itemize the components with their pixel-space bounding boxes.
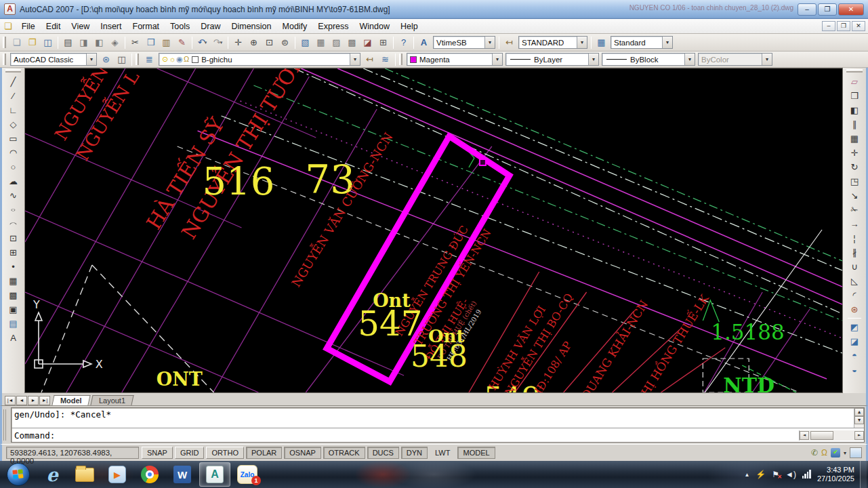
open-button[interactable]: ❐ [24, 36, 40, 49]
redo-button[interactable]: ↷▾ [210, 36, 226, 49]
region-button[interactable]: ▣ [5, 302, 21, 317]
taskbar-windows-explorer[interactable] [69, 462, 100, 487]
scroll-up-icon[interactable]: ▲ [854, 408, 864, 416]
extend-button[interactable]: → [847, 217, 863, 231]
cut-button[interactable]: ✂ [127, 36, 143, 49]
break-button[interactable]: ∦ [847, 245, 863, 260]
menu-file[interactable]: File [16, 20, 41, 33]
publish-button[interactable]: ◧ [91, 36, 107, 49]
insert-block-button[interactable]: ⊡ [5, 231, 21, 245]
taskbar-internet-explorer[interactable]: e [37, 462, 68, 487]
zoom-realtime-button[interactable]: ⊕ [246, 36, 262, 49]
trusted-dwg-icon[interactable]: ✔ [831, 448, 840, 458]
tray-chevron-icon[interactable]: ▲ [744, 472, 749, 478]
communication-center-icon[interactable]: ✆ [811, 448, 818, 458]
menu-modify[interactable]: Modify [277, 20, 313, 33]
toggle-model[interactable]: MODEL [457, 447, 495, 459]
toggle-ducs[interactable]: DUCS [367, 447, 399, 459]
toggle-lwt[interactable]: LWT [430, 447, 455, 459]
dropdown-arrow-icon[interactable]: ▾ [220, 40, 223, 45]
layer-previous-button[interactable]: ↤ [362, 53, 377, 66]
show-desktop-button[interactable] [860, 461, 867, 488]
bring-to-front-button[interactable]: ◩ [847, 320, 863, 334]
dim-style-combo[interactable]: STANDARD ▾ [518, 36, 587, 49]
trim-button[interactable]: ✁ [847, 203, 863, 217]
save-button[interactable]: ◫ [40, 36, 56, 49]
toolbar-grip[interactable] [136, 54, 139, 64]
linetype-combo[interactable]: ByLayer ▾ [505, 53, 599, 66]
rotate-button[interactable]: ↻ [847, 160, 863, 174]
maximize-button[interactable]: ❐ [818, 3, 837, 16]
send-to-back-button[interactable]: ◪ [847, 334, 863, 348]
mdi-restore-button[interactable]: ❐ [837, 21, 850, 31]
toggle-grid[interactable]: GRID [175, 447, 205, 459]
chamfer-button[interactable]: ◺ [847, 274, 863, 288]
ellipse-arc-button[interactable]: ◠ [5, 217, 21, 231]
gradient-button[interactable]: ▩ [5, 288, 21, 302]
grip-point[interactable] [480, 159, 486, 165]
layer-lock-icon[interactable]: Ω [184, 55, 189, 64]
toolbar-grip[interactable] [399, 54, 402, 64]
properties-button[interactable]: ▧ [297, 36, 313, 49]
minimize-button[interactable]: – [798, 3, 817, 16]
multiline-text-button[interactable]: A [5, 331, 21, 345]
circle-button[interactable]: ○ [5, 160, 21, 174]
text-style-combo[interactable]: VtimeSB ▾ [433, 36, 495, 49]
construction-line-button[interactable]: ∕ [5, 89, 21, 103]
menu-edit[interactable]: Edit [41, 20, 66, 33]
copy-button[interactable]: ❒ [847, 89, 863, 103]
command-vscrollbar[interactable]: ▲ ▼ [854, 408, 864, 428]
taskbar-word[interactable]: W [167, 462, 198, 487]
command-window-grip[interactable] [3, 409, 9, 441]
menu-insert[interactable]: Insert [95, 20, 127, 33]
status-menu-arrow-icon[interactable]: ▾ [844, 450, 846, 456]
3d-dwf-button[interactable]: ◈ [107, 36, 123, 49]
revision-cloud-button[interactable]: ☁ [5, 174, 21, 188]
dropdown-arrow-icon[interactable]: ▾ [484, 37, 495, 48]
dim-style-button[interactable]: ↤ [501, 36, 517, 49]
menu-dimension[interactable]: Dimension [226, 20, 276, 33]
toolbar-grip[interactable] [3, 37, 6, 49]
color-combo[interactable]: Magenta ▾ [407, 53, 503, 66]
scrollbar-thumb[interactable] [810, 431, 833, 440]
tab-model[interactable]: Model [51, 395, 90, 405]
workspace-settings-button[interactable]: ⊛ [98, 53, 114, 66]
rectangle-button[interactable]: ▭ [5, 131, 21, 146]
toolbar-grip[interactable] [846, 69, 863, 73]
taskbar-media-player[interactable]: ▶ [102, 462, 133, 487]
markup-manager-button[interactable]: ◪ [360, 36, 375, 49]
table-button[interactable]: ▤ [5, 317, 21, 331]
plot-preview-button[interactable]: ◨ [76, 36, 91, 49]
scroll-right-icon[interactable]: ► [854, 431, 864, 440]
zoom-previous-button[interactable]: ⊜ [277, 36, 293, 49]
help-button[interactable]: ? [396, 36, 411, 49]
layer-properties-manager-button[interactable]: ≣ [142, 53, 157, 66]
dropdown-arrow-icon[interactable]: ▾ [662, 37, 672, 48]
fillet-button[interactable]: ◜ [847, 288, 863, 302]
move-button[interactable]: ✛ [847, 146, 863, 160]
point-button[interactable]: • [5, 260, 21, 274]
explode-button[interactable]: ⊛ [847, 302, 863, 317]
taskbar-clock[interactable]: 3:43 PM 27/10/2025 [817, 466, 854, 483]
clean-screen-button[interactable] [850, 447, 862, 458]
toggle-polar[interactable]: POLAR [246, 447, 282, 459]
polygon-button[interactable]: ◇ [5, 117, 21, 131]
taskbar-chrome[interactable] [134, 462, 165, 487]
ellipse-button[interactable]: ○ [5, 203, 21, 217]
drawing-area[interactable]: X Y NGUYỄNNGUYỄN LHÀ TIẾN SỸNGUYỄN THỊ T… [24, 68, 843, 393]
dropdown-arrow-icon[interactable]: ▾ [205, 40, 207, 45]
copy-clip-button[interactable]: ❒ [143, 36, 159, 49]
match-properties-button[interactable]: ✎ [174, 36, 190, 49]
start-button[interactable] [7, 463, 30, 486]
polyline-button[interactable]: ∟ [5, 103, 21, 117]
menu-help[interactable]: Help [395, 20, 423, 33]
join-button[interactable]: ∪ [847, 260, 863, 274]
toggle-otrack[interactable]: OTRACK [323, 447, 365, 459]
taskbar-autocad[interactable]: A [199, 462, 230, 487]
tab-layout1[interactable]: Layout1 [90, 395, 133, 405]
stretch-button[interactable]: ↘ [847, 188, 863, 203]
toggle-snap[interactable]: SNAP [142, 447, 173, 459]
erase-button[interactable]: ▱ [847, 75, 863, 89]
dropdown-arrow-icon[interactable]: ▾ [588, 54, 598, 65]
dropdown-arrow-icon[interactable]: ▾ [350, 54, 360, 65]
